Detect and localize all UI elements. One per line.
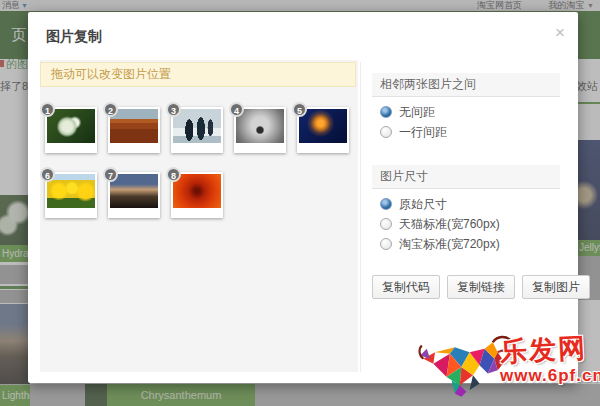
radio-original-size[interactable]: 原始尺寸 (380, 196, 447, 212)
panel-divider (360, 62, 361, 372)
order-badge: 4 (229, 102, 244, 117)
thumbnail-image (47, 109, 95, 143)
order-badge: 6 (40, 167, 55, 182)
copy-link-button[interactable]: 复制链接 (447, 275, 515, 299)
radio-tmall-standard[interactable]: 天猫标准(宽760px) (380, 216, 500, 232)
radio-one-line-spacing[interactable]: 一行间距 (380, 124, 447, 140)
watermark-site-url: www.6pf.cn (500, 366, 600, 386)
thumbnail-image (299, 109, 347, 143)
radio-label: 无间距 (399, 104, 435, 121)
thumbnail-desert[interactable]: 2 (108, 107, 160, 153)
spacing-section-title: 相邻两张图片之间 (372, 73, 560, 97)
radio-icon (380, 126, 392, 138)
action-buttons: 复制代码 复制链接 复制图片 (372, 275, 590, 299)
drag-hint-banner: 拖动可以改变图片位置 (40, 62, 356, 87)
thumbnail-image (47, 174, 95, 208)
thumbnail-image (110, 109, 158, 143)
radio-no-spacing[interactable]: 无间距 (380, 104, 435, 120)
radio-icon (380, 218, 392, 230)
radio-selected-icon (380, 198, 392, 210)
radio-label: 一行间距 (399, 124, 447, 141)
thumbnail-tulips[interactable]: 6 (45, 172, 97, 218)
order-badge: 5 (292, 102, 307, 117)
order-badge: 2 (103, 102, 118, 117)
dialog-title: 图片复制 (46, 28, 102, 46)
size-section-title: 图片尺寸 (372, 165, 560, 189)
order-badge: 7 (103, 167, 118, 182)
radio-icon (380, 238, 392, 250)
thumbnail-image (236, 109, 284, 143)
copy-code-button[interactable]: 复制代码 (372, 275, 440, 299)
thumbnail-lighthouse[interactable]: 7 (108, 172, 160, 218)
watermark-site-name: 乐发网 (499, 330, 588, 371)
thumbnail-jellyfish[interactable]: 5 (297, 107, 349, 153)
close-icon[interactable]: × (555, 24, 565, 41)
radio-taobao-standard[interactable]: 淘宝标准(宽720px) (380, 236, 500, 252)
thumbnail-chrysanthemum[interactable]: 8 (171, 172, 223, 218)
options-panel: 相邻两张图片之间 无间距 一行间距 图片尺寸 原始尺寸 天猫标准(宽760px)… (372, 60, 564, 372)
radio-label: 淘宝标准(宽720px) (399, 236, 500, 253)
copy-image-button[interactable]: 复制图片 (522, 275, 590, 299)
order-badge: 1 (40, 102, 55, 117)
order-badge: 8 (166, 167, 181, 182)
radio-label: 天猫标准(宽760px) (399, 216, 500, 233)
site-watermark: 乐发网 www.6pf.cn (418, 328, 600, 406)
thumbnail-image (173, 109, 221, 143)
screen: 消息 ▾ 淘宝网首页 我的淘宝 ▼ 页 的图片 择了8张 效站 Hydrange… (0, 0, 600, 406)
thumbnail-hydrangea[interactable]: 1 (45, 107, 97, 153)
radio-selected-icon (380, 106, 392, 118)
thumbnail-image (173, 174, 221, 208)
radio-label: 原始尺寸 (399, 196, 447, 213)
thumbnail-image (110, 174, 158, 208)
order-badge: 3 (166, 102, 181, 117)
thumbnail-koala[interactable]: 4 (234, 107, 286, 153)
thumbnail-penguins[interactable]: 3 (171, 107, 223, 153)
